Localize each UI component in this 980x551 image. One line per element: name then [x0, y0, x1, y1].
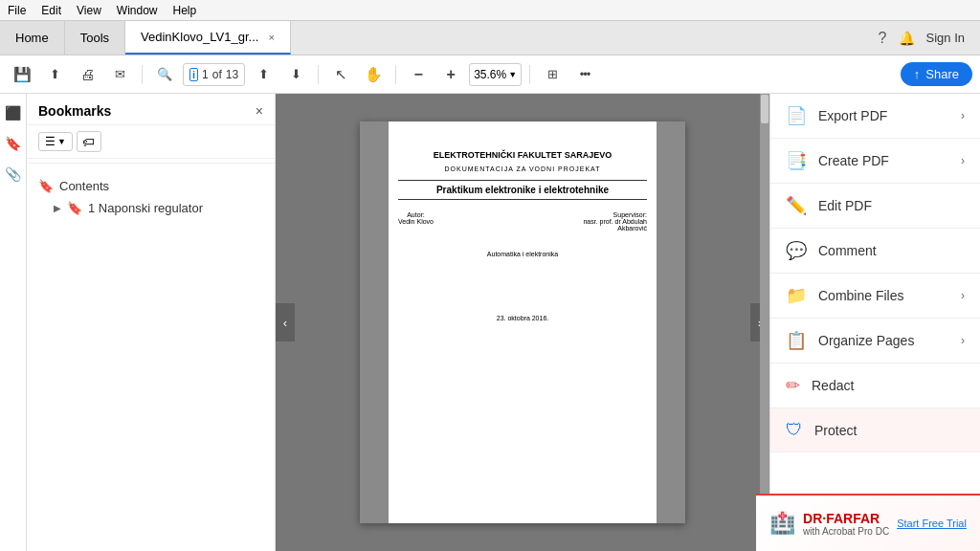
bookmark-contents[interactable]: 🔖 Contents	[38, 175, 263, 197]
page-up-button[interactable]: ⬆	[249, 61, 278, 88]
zoom-out-button[interactable]: 🔍	[150, 61, 179, 88]
combine-files-icon: 📁	[786, 285, 807, 306]
page-of-label: of	[212, 68, 222, 81]
pdf-right-margin	[657, 121, 685, 523]
pdf-viewer[interactable]: ‹ ELEKTROTEHNIČKI FAKULTET SARAJEVO Doku…	[276, 94, 769, 551]
separator-3	[395, 65, 396, 84]
menu-file[interactable]: File	[8, 4, 26, 17]
fit-button[interactable]: ⊞	[538, 61, 567, 88]
pdf-date: 23. oktobra 2016.	[398, 315, 647, 321]
organize-pages-left: 📋 Organize Pages	[786, 330, 914, 351]
menu-view[interactable]: View	[77, 4, 101, 17]
combine-files-chevron-icon: ›	[961, 289, 965, 302]
create-pdf-icon: 📑	[786, 150, 807, 171]
bookmarks-panel: Bookmarks × ☰ ▼ 🏷 🔖 Contents ▶ 🔖 1 Napon…	[27, 94, 276, 551]
watermark-logo-icon: 🏥	[769, 511, 795, 536]
more-button[interactable]: •••	[570, 61, 599, 88]
create-pdf-chevron-icon: ›	[961, 154, 965, 167]
print-button[interactable]: 🖨	[73, 61, 101, 88]
tab-tools[interactable]: Tools	[65, 21, 125, 55]
export-pdf-tool[interactable]: 📄 Export PDF ›	[770, 94, 980, 139]
share-icon: ↑	[914, 67, 921, 81]
pdf-author-label: Autor:	[398, 211, 434, 218]
bookmarks-list-view-button[interactable]: ☰ ▼	[38, 132, 73, 151]
separator-4	[529, 65, 530, 84]
zoom-selector[interactable]: 35.6% ▼	[469, 63, 522, 86]
edit-pdf-left: ✏️ Edit PDF	[786, 195, 872, 216]
pdf-content: ELEKTROTEHNIČKI FAKULTET SARAJEVO Dokume…	[398, 150, 647, 321]
tab-bar-right: ? 🔔 Sign In	[879, 21, 980, 55]
pdf-author-block: Autor: Vedin Klovo	[398, 211, 434, 231]
pdf-page-container: ELEKTROTEHNIČKI FAKULTET SARAJEVO Dokume…	[331, 112, 714, 533]
sign-in-button[interactable]: Sign In	[926, 31, 965, 45]
separator-2	[318, 65, 319, 84]
zoom-plus-button[interactable]: +	[436, 61, 465, 88]
right-panel: 📄 Export PDF › 📑 Create PDF › ✏️ Edit PD…	[769, 94, 980, 551]
page-icon: i	[189, 68, 198, 81]
tab-close-icon[interactable]: ×	[268, 32, 274, 43]
chapter-bookmark-icon: 🔖	[67, 201, 82, 215]
watermark-text-block: DR·FARFAR with Acrobat Pro DC	[803, 511, 889, 537]
menu-window[interactable]: Window	[117, 4, 158, 17]
bookmarks-toolbar: ☰ ▼ 🏷	[27, 125, 275, 159]
bookmarks-close-button[interactable]: ×	[256, 103, 263, 119]
chapter-label: 1 Naponski regulator	[88, 201, 203, 215]
pdf-left-margin	[360, 121, 389, 523]
protect-tool[interactable]: 🛡 Protect	[770, 408, 980, 452]
watermark-cta-button[interactable]: Start Free Trial	[897, 518, 967, 529]
left-icon-layers[interactable]: ⬛	[2, 101, 25, 124]
left-icon-paperclip[interactable]: 📎	[2, 163, 25, 186]
combine-files-tool[interactable]: 📁 Combine Files ›	[770, 274, 980, 319]
protect-icon: 🛡	[786, 420, 803, 440]
menu-edit[interactable]: Edit	[41, 4, 61, 17]
comment-icon: 💬	[786, 240, 807, 261]
chapter-expand-icon: ▶	[54, 203, 61, 213]
upload-button[interactable]: ⬆	[40, 61, 69, 88]
zoom-minus-button[interactable]: −	[404, 61, 433, 88]
left-icon-bookmarks[interactable]: 🔖	[2, 132, 25, 155]
pdf-supervisor-label: Supervisor:	[570, 211, 647, 218]
list-chevron-icon: ▼	[57, 137, 66, 146]
bookmarks-title: Bookmarks	[38, 103, 111, 119]
menu-help[interactable]: Help	[173, 4, 197, 17]
export-pdf-label: Export PDF	[818, 108, 887, 123]
bookmarks-header: Bookmarks ×	[27, 94, 275, 125]
pdf-institution-title: ELEKTROTEHNIČKI FAKULTET SARAJEVO	[398, 150, 647, 160]
protect-label: Protect	[814, 423, 857, 438]
edit-pdf-tool[interactable]: ✏️ Edit PDF	[770, 184, 980, 229]
organize-pages-tool[interactable]: 📋 Organize Pages ›	[770, 319, 980, 364]
comment-tool[interactable]: 💬 Comment	[770, 229, 980, 274]
redact-tool[interactable]: ✏ Redact	[770, 364, 980, 408]
email-button[interactable]: ✉	[105, 61, 134, 88]
zoom-level-value: 35.6%	[474, 68, 506, 81]
create-pdf-label: Create PDF	[818, 153, 889, 168]
tab-home[interactable]: Home	[0, 21, 65, 55]
watermark-banner: 🏥 DR·FARFAR with Acrobat Pro DC Start Fr…	[756, 494, 980, 551]
left-icon-bar: ⬛ 🔖 📎	[0, 94, 27, 551]
share-button[interactable]: ↑ Share	[901, 62, 972, 86]
share-label: Share	[925, 67, 959, 81]
hand-tool-button[interactable]: ✋	[359, 61, 388, 88]
pdf-department: Automatika i elektronika	[398, 251, 647, 257]
bookmarks-content: 🔖 Contents ▶ 🔖 1 Naponski regulator	[27, 167, 275, 551]
bookmark-chapter-1[interactable]: ▶ 🔖 1 Naponski regulator	[38, 197, 263, 219]
zoom-chevron-icon: ▼	[508, 70, 517, 79]
export-pdf-left: 📄 Export PDF	[786, 105, 887, 126]
organize-pages-chevron-icon: ›	[961, 334, 965, 347]
edit-pdf-icon: ✏️	[786, 195, 807, 216]
tab-document[interactable]: VedinKlovo_LV1_gr... ×	[125, 21, 291, 55]
cursor-tool-button[interactable]: ↖	[326, 61, 355, 88]
pdf-nav-left-button[interactable]: ‹	[276, 303, 295, 342]
save-button[interactable]: 💾	[8, 61, 36, 88]
create-pdf-tool[interactable]: 📑 Create PDF ›	[770, 139, 980, 184]
pdf-main-title: Praktikum elektronike i elektrotehnike	[398, 180, 647, 200]
tab-bar: Home Tools VedinKlovo_LV1_gr... × ? 🔔 Si…	[0, 21, 980, 55]
page-down-button[interactable]: ⬇	[281, 61, 310, 88]
protect-left: 🛡 Protect	[786, 420, 857, 440]
pdf-author-name: Vedin Klovo	[398, 218, 434, 225]
export-pdf-icon: 📄	[786, 105, 807, 126]
bell-icon[interactable]: 🔔	[899, 31, 915, 46]
bookmarks-tag-button[interactable]: 🏷	[77, 131, 101, 152]
pdf-scrollbar[interactable]	[760, 94, 769, 551]
help-icon[interactable]: ?	[879, 30, 887, 47]
